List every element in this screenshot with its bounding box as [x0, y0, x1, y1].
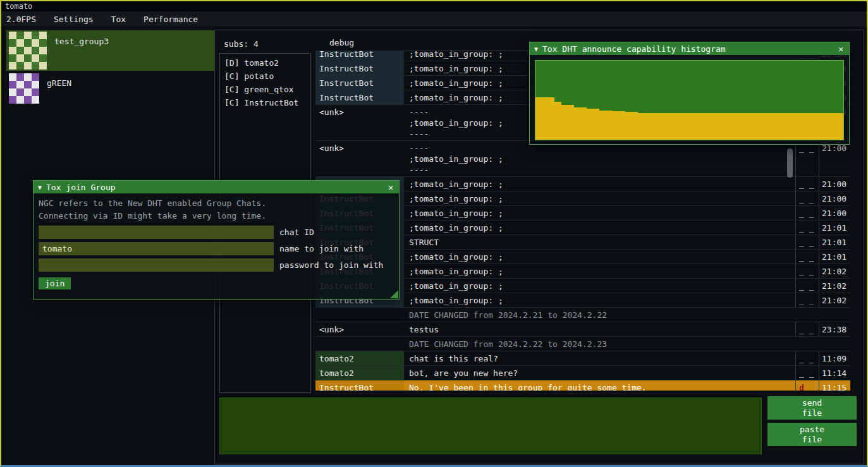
join-group-info: NGC refers to the New DHT enabled Group … — [39, 197, 394, 222]
message-input[interactable] — [219, 397, 762, 454]
chat-row[interactable]: InstructBotNo, I've been in this group f… — [315, 380, 850, 391]
histogram-bar — [709, 113, 715, 140]
histogram-bar — [760, 113, 766, 140]
window-title: tomato — [5, 2, 32, 11]
histogram-bar — [689, 113, 695, 140]
chat-row[interactable]: tomato2chat is this real?_ _11:09 — [315, 351, 850, 366]
join-group-title: Tox join Group — [46, 183, 116, 192]
message-time: 11:09 — [819, 351, 850, 365]
group-list: test_group3gREEN — [6, 30, 215, 106]
sender-name: InstructBot — [315, 51, 404, 61]
message-flags: _ _ — [795, 264, 819, 278]
group-item-gREEN[interactable]: gREEN — [6, 72, 215, 105]
message-text: ;tomato_in_group: ; — [404, 191, 795, 205]
message-text: ;tomato_in_group: ; — [404, 293, 795, 307]
histogram-bar — [766, 113, 773, 140]
message-flags: _ _ — [795, 206, 819, 220]
tab-debug[interactable]: debug — [326, 37, 358, 49]
histogram-bar — [587, 109, 593, 140]
menu-items: SettingsToxPerformance — [45, 11, 207, 27]
histogram-bar — [817, 113, 824, 140]
sender-name: <unk> — [315, 105, 404, 140]
histogram-bar — [625, 112, 632, 140]
histogram-bar — [792, 113, 798, 140]
field-label: password to join with — [279, 260, 383, 270]
histogram-bar — [696, 113, 702, 140]
histogram-bar — [805, 113, 811, 140]
menu-item-settings[interactable]: Settings — [45, 11, 102, 27]
message-time: 23:38 — [819, 322, 850, 336]
collapse-icon[interactable]: ▼ — [38, 184, 42, 191]
message-flags: _ _ — [795, 293, 819, 307]
histogram-bar — [747, 113, 754, 140]
member-item[interactable]: [C] potato — [220, 70, 310, 83]
paste-file-button[interactable]: paste file — [767, 423, 857, 446]
histogram-bar — [715, 113, 721, 140]
message-text: No, I've been in this group for quite so… — [404, 380, 795, 391]
histogram-bar — [798, 113, 805, 140]
fps-counter: 2.0FPS — [1, 15, 45, 24]
join-group-fields: chat IDname to join withpassword to join… — [39, 226, 394, 272]
sender-name: tomato2 — [315, 366, 404, 380]
group-identicon-purple-white — [9, 73, 39, 104]
sender-name: InstructBot — [315, 380, 404, 391]
resize-grip[interactable] — [390, 290, 398, 298]
histogram-bar — [824, 113, 830, 140]
dht-histogram-window: ▼ Tox DHT announce capability histogram … — [529, 42, 850, 145]
message-text: testus — [404, 322, 795, 336]
message-time: 21:02 — [819, 279, 850, 293]
join-group-window: ▼ Tox join Group ✕ NGC refers to the New… — [33, 180, 400, 300]
sender-name: InstructBot — [315, 90, 404, 104]
subs-count: subs: 4 — [224, 39, 259, 49]
dht-histogram-title: Tox DHT announce capability histogram — [542, 44, 726, 54]
date-changed-row: DATE CHANGED from 2024.2.22 to 2024.2.23 — [315, 337, 850, 351]
chat-row[interactable]: <unk>testus_ _23:38 — [315, 322, 850, 337]
histogram-bar — [811, 113, 817, 140]
window-titlebar[interactable]: tomato — [1, 1, 867, 11]
message-time: 21:00 — [819, 206, 850, 220]
histogram-bar — [670, 113, 676, 140]
message-flags: _ _ — [795, 191, 819, 205]
histogram-bar — [619, 111, 625, 140]
histogram-bar — [593, 109, 599, 140]
field-label: chat ID — [279, 227, 314, 237]
menu-item-performance[interactable]: Performance — [135, 11, 207, 27]
chat-row[interactable]: tomato2bot, are you new here?_ _11:14 — [315, 366, 850, 380]
chat-id-input[interactable] — [39, 226, 274, 239]
send-file-button[interactable]: send file — [767, 396, 857, 420]
collapse-icon[interactable]: ▼ — [534, 45, 538, 52]
dht-histogram-titlebar[interactable]: ▼ Tox DHT announce capability histogram … — [530, 42, 849, 55]
message-time: 21:00 — [819, 191, 850, 205]
histogram-bar — [542, 97, 548, 140]
message-text: ;tomato_in_group: ; — [404, 177, 795, 191]
message-time: 21:02 — [819, 264, 850, 278]
join-button[interactable]: join — [39, 277, 71, 289]
message-text: ;tomato_in_group: ; — [404, 250, 795, 264]
member-item[interactable]: [C] green_qtox — [220, 83, 310, 96]
join-name-input[interactable] — [39, 242, 274, 255]
menu-item-tox[interactable]: Tox — [102, 11, 135, 27]
date-changed-text: DATE CHANGED from 2024.2.22 to 2024.2.23 — [409, 337, 607, 351]
join-password-input[interactable] — [39, 258, 274, 272]
message-flags: _ _ — [795, 250, 819, 264]
group-name: test_group3 — [54, 32, 109, 46]
message-text: bot, are you new here? — [404, 366, 795, 380]
message-time: 11:14 — [819, 366, 850, 380]
chat-scrollbar[interactable] — [787, 149, 793, 178]
message-text: ;tomato_in_group: ; — [404, 264, 795, 278]
histogram-bar — [561, 105, 568, 140]
date-changed-row: DATE CHANGED from 2024.2.21 to 2024.2.22 — [315, 308, 850, 322]
histogram-bar — [574, 107, 580, 140]
close-icon[interactable]: ✕ — [837, 44, 845, 54]
join-group-titlebar[interactable]: ▼ Tox join Group ✕ — [34, 181, 399, 193]
chat-row[interactable]: <unk>---- ;tomato_in_group: ; ----_ _21:… — [315, 141, 850, 177]
menubar: 2.0FPS SettingsToxPerformance — [1, 11, 867, 27]
message-time: 21:02 — [819, 293, 850, 307]
message-time: 11:15 — [819, 380, 850, 391]
message-time: 21:00 — [819, 141, 850, 176]
member-item[interactable]: [C] InstructBot — [220, 96, 310, 109]
close-icon[interactable]: ✕ — [387, 183, 394, 192]
group-item-test_group3[interactable]: test_group3 — [6, 30, 215, 71]
member-item[interactable]: [D] tomato2 — [220, 56, 310, 70]
sender-name: <unk> — [315, 141, 404, 176]
